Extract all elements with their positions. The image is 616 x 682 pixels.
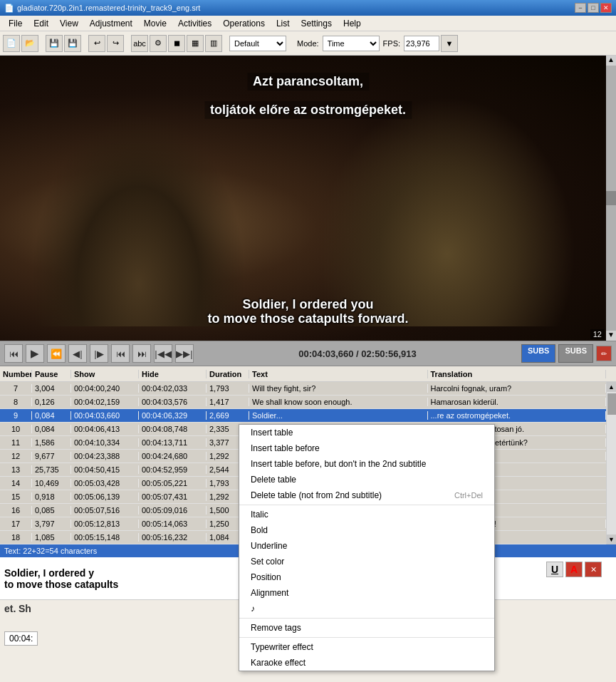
col-duration: Duration — [207, 370, 249, 378]
style-select[interactable]: Default — [229, 36, 286, 51]
mode-label: Mode: — [295, 39, 321, 48]
underline-button[interactable]: U — [546, 562, 563, 577]
prev-sub-button[interactable]: |◀◀ — [154, 344, 172, 363]
ctx-delete-table[interactable]: Delete table — [239, 472, 494, 487]
new-button[interactable]: 📄 — [3, 35, 20, 52]
redo-button[interactable]: ↪ — [107, 35, 124, 52]
menu-movie[interactable]: Movie — [138, 16, 172, 31]
menu-activities[interactable]: Activities — [172, 16, 217, 31]
player-controls: ⏮ ▶ ⏪ ◀| |▶ ⏮ ⏭ |◀◀ ▶▶| 00:04:03,660 / 0… — [0, 341, 616, 366]
delete-format-button[interactable]: ✕ — [585, 562, 602, 577]
title-bar-controls: − □ ✕ — [575, 3, 612, 13]
col-pause: Pause — [32, 370, 71, 378]
col-number: Number — [0, 370, 32, 378]
seek-start-button[interactable]: ⏮ — [4, 344, 23, 363]
subtitle-bottom-line2: to move those catapults forward. — [207, 311, 408, 326]
show-time-display[interactable]: 00:04: — [4, 631, 38, 646]
table-scrollbar[interactable]: ▲ ▼ — [606, 382, 616, 544]
menu-file[interactable]: File — [3, 16, 28, 31]
ctx-insert-table[interactable]: Insert table — [239, 425, 494, 440]
col-text: Text — [249, 370, 428, 378]
ctx-remove-tags[interactable]: Remove tags — [239, 620, 494, 636]
show-time-value: 00:04: — [9, 634, 33, 644]
close-button[interactable]: ✕ — [600, 3, 612, 13]
tool-btn-5[interactable]: ⚙ — [150, 35, 167, 52]
save-all-button[interactable]: 💾 — [64, 35, 81, 52]
format-buttons: U A ✕ — [546, 562, 602, 577]
timecode: 00:04:03,660 / 02:50:56,913 — [197, 348, 518, 359]
ctx-sep-3 — [239, 637, 494, 638]
ctx-alignment[interactable]: Alignment — [239, 585, 494, 601]
table-row-selected[interactable]: 9 0,084 00:04:03,660 00:04:06,329 2,669 … — [0, 409, 616, 423]
translation-text: et. — [4, 603, 16, 614]
menu-adjustment[interactable]: Adjustment — [84, 16, 138, 31]
undo-button[interactable]: ↩ — [88, 35, 105, 52]
play-button[interactable]: ▶ — [26, 344, 44, 363]
open-button[interactable]: 📂 — [21, 35, 38, 52]
maximize-button[interactable]: □ — [588, 3, 599, 13]
menu-operations[interactable]: Operations — [217, 16, 271, 31]
subs-button-2[interactable]: SUBS — [558, 344, 593, 363]
next-sub-button[interactable]: ▶▶| — [175, 344, 194, 363]
video-scrollbar[interactable]: ▲ ▼ — [606, 56, 616, 341]
skip-back-button[interactable]: ⏮ — [111, 344, 130, 363]
col-translation: Translation — [428, 370, 607, 378]
app-icon: 📄 — [4, 4, 14, 13]
translation-suffix: Sh — [19, 603, 31, 614]
tool-btn-7[interactable]: ▦ — [187, 35, 204, 52]
ctx-karaoke[interactable]: Karaoke effect — [239, 655, 494, 671]
menu-edit[interactable]: Edit — [28, 16, 54, 31]
fps-label: FPS: — [381, 39, 402, 48]
toolbar: 📄 📂 💾 💾 ↩ ↪ abc ⚙ ◼ ▦ ▥ Default Mode: Ti… — [0, 31, 616, 56]
spell-button[interactable]: abc — [131, 35, 148, 52]
ctx-bold[interactable]: Bold — [239, 522, 494, 538]
menu-settings[interactable]: Settings — [296, 16, 338, 31]
window-title: gladiator.720p.2in1.remastered-trinity_t… — [17, 4, 200, 12]
subs-edit-button[interactable]: ✏ — [596, 346, 612, 361]
tool-btn-8[interactable]: ▥ — [205, 35, 222, 52]
ctx-underline[interactable]: Underline — [239, 538, 494, 554]
subs-button-1[interactable]: SUBS — [521, 344, 556, 363]
subtitle-bottom-line1: Soldier, I ordered you — [242, 297, 373, 312]
ctx-italic[interactable]: Italic — [239, 507, 494, 522]
col-show: Show — [71, 370, 139, 378]
skip-forward-button[interactable]: ⏭ — [132, 344, 151, 363]
table-row[interactable]: 8 0,126 00:04:02,159 00:04:03,576 1,417 … — [0, 396, 616, 409]
color-button[interactable]: A — [565, 562, 583, 577]
ctx-delete-table-no-2nd[interactable]: Delete table (not from 2nd subtitle) Ctr… — [239, 487, 494, 503]
video-area: Azt parancsoltam, toljátok előre az ostr… — [0, 56, 616, 341]
ctx-position[interactable]: Position — [239, 569, 494, 585]
rewind-button[interactable]: ⏪ — [47, 344, 66, 363]
table-row[interactable]: 7 3,004 00:04:00,240 00:04:02,033 1,793 … — [0, 382, 616, 396]
fps-dropdown[interactable]: ▼ — [441, 35, 458, 52]
mode-select[interactable]: Time — [323, 36, 380, 51]
title-bar: 📄 gladiator.720p.2in1.remastered-trinity… — [0, 0, 616, 16]
title-bar-left: 📄 gladiator.720p.2in1.remastered-trinity… — [4, 4, 200, 13]
ctx-music-note[interactable]: ♪ — [239, 601, 494, 616]
subtitle-top-line2: toljátok előre az ostromgépeket. — [204, 101, 412, 119]
ctx-sep-2 — [239, 618, 494, 619]
ctx-set-color[interactable]: Set color — [239, 554, 494, 569]
table-header: Number Pause Show Hide Duration Text Tra… — [0, 366, 616, 382]
context-menu: Insert table Insert table before Insert … — [239, 424, 495, 671]
step-back-button[interactable]: ◀| — [68, 344, 87, 363]
ctx-typewriter[interactable]: Typewriter effect — [239, 639, 494, 655]
menu-bar: File Edit View Adjustment Movie Activiti… — [0, 16, 616, 31]
ctx-sep-1 — [239, 505, 494, 505]
ctx-insert-table-before[interactable]: Insert table before — [239, 440, 494, 456]
save-button[interactable]: 💾 — [46, 35, 63, 52]
frame-number: 12 — [590, 329, 605, 339]
step-forward-button[interactable]: |▶ — [90, 344, 108, 363]
ctx-insert-table-no-2nd[interactable]: Insert table before, but don't in the 2n… — [239, 456, 494, 472]
subtitle-top-line1: Azt parancsoltam, — [247, 73, 369, 91]
minimize-button[interactable]: − — [575, 3, 586, 13]
menu-list[interactable]: List — [271, 16, 296, 31]
menu-view[interactable]: View — [54, 16, 84, 31]
menu-help[interactable]: Help — [338, 16, 367, 31]
fps-input[interactable] — [404, 36, 439, 51]
tool-btn-6[interactable]: ◼ — [168, 35, 185, 52]
col-hide: Hide — [139, 370, 207, 378]
text-info-label: Text: 22+32=54 characters — [4, 547, 97, 555]
